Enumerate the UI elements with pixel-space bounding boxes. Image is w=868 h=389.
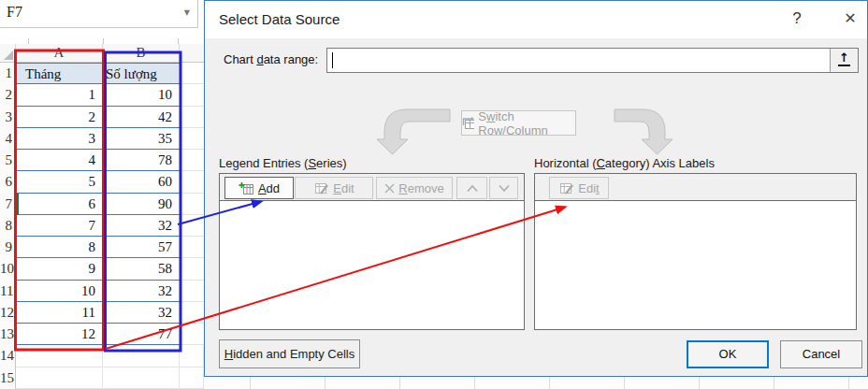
cell[interactable] xyxy=(180,171,204,193)
cell[interactable] xyxy=(180,345,204,367)
cell[interactable] xyxy=(180,367,204,389)
cell-b1[interactable]: Số lượng xyxy=(103,63,180,84)
row-header[interactable]: 1 xyxy=(0,63,16,84)
row-header[interactable]: 9 xyxy=(0,237,16,258)
cell[interactable] xyxy=(180,150,204,171)
ok-button[interactable]: OK xyxy=(687,340,769,368)
cell[interactable]: 12 xyxy=(16,324,103,345)
cell[interactable] xyxy=(16,367,103,389)
cell[interactable]: 10 xyxy=(103,84,180,106)
cell[interactable] xyxy=(180,324,204,345)
cell[interactable] xyxy=(103,367,180,389)
remove-button-label: Remove xyxy=(398,181,443,195)
sheet-row: 10 9 58 xyxy=(0,258,204,280)
cell[interactable]: 78 xyxy=(103,150,180,171)
column-header-b[interactable]: B xyxy=(103,44,180,62)
hidden-and-empty-cells-button[interactable]: Hidden and Empty Cells xyxy=(219,339,360,368)
sheet-row: 12 11 32 xyxy=(0,302,204,324)
cell[interactable] xyxy=(16,345,103,367)
sheet-grid: 1 Tháng Số lượng 2 1 10 3 2 42 4 3 35 5 … xyxy=(0,63,204,389)
cell[interactable]: 32 xyxy=(103,215,180,237)
edit-icon xyxy=(313,181,329,195)
switch-row-column-button[interactable]: Switch Row/Column xyxy=(461,110,576,136)
remove-series-button[interactable]: Remove xyxy=(376,177,453,199)
cell[interactable] xyxy=(180,281,204,302)
chart-data-range-label: Chart data range: xyxy=(224,52,318,66)
edit-axis-labels-button[interactable]: Edit xyxy=(549,177,609,199)
cell[interactable]: 90 xyxy=(103,194,180,215)
cell[interactable]: 77 xyxy=(103,324,180,345)
row-header[interactable]: 10 xyxy=(0,258,16,280)
cell[interactable]: 11 xyxy=(16,302,103,324)
add-icon xyxy=(239,181,254,195)
column-header-c[interactable] xyxy=(180,44,204,62)
cell[interactable]: 1 xyxy=(16,84,103,106)
help-button[interactable]: ? xyxy=(787,9,807,30)
cell[interactable]: 35 xyxy=(103,128,180,150)
cell[interactable]: 5 xyxy=(16,171,103,193)
axis-toolbar: Edit xyxy=(535,174,856,201)
cell[interactable]: 10 xyxy=(16,281,103,302)
cell[interactable]: 9 xyxy=(16,258,103,280)
move-down-button[interactable] xyxy=(489,177,518,199)
cell[interactable] xyxy=(180,63,204,84)
axis-labels-listbox[interactable]: Edit xyxy=(534,173,857,330)
select-all-button[interactable] xyxy=(0,44,16,62)
row-header[interactable]: 3 xyxy=(0,107,16,128)
name-box-value: F7 xyxy=(7,4,22,21)
text-caret xyxy=(332,52,333,68)
add-series-button[interactable]: Add xyxy=(224,177,294,199)
cell[interactable] xyxy=(103,345,180,367)
dialog-title: Select Data Source xyxy=(219,11,340,27)
cell[interactable]: 32 xyxy=(103,281,180,302)
row-header[interactable]: 8 xyxy=(0,215,16,237)
cell-a1[interactable]: Tháng xyxy=(16,63,103,84)
row-header[interactable]: 14 xyxy=(0,345,16,367)
switch-row-column-label: Switch Row/Column xyxy=(478,109,575,137)
close-icon[interactable]: ✕ xyxy=(839,9,861,30)
collapse-dialog-button[interactable]: ↑ xyxy=(830,49,858,72)
cell[interactable] xyxy=(180,302,204,324)
row-header[interactable]: 4 xyxy=(0,128,16,150)
cell[interactable]: 4 xyxy=(16,150,103,171)
name-box-dropdown-icon[interactable]: ▼ xyxy=(184,8,190,17)
cell[interactable] xyxy=(180,258,204,280)
row-header[interactable]: 2 xyxy=(0,84,16,106)
cell[interactable]: 3 xyxy=(16,128,103,150)
cell[interactable]: 2 xyxy=(16,107,103,128)
row-header[interactable]: 11 xyxy=(0,281,16,302)
cell[interactable] xyxy=(180,215,204,237)
row-header[interactable]: 6 xyxy=(0,171,16,193)
row-header[interactable]: 7 xyxy=(0,194,16,215)
cell[interactable]: 42 xyxy=(103,107,180,128)
name-box[interactable]: F7 ▼ xyxy=(0,0,198,28)
sheet-row: 1 Tháng Số lượng xyxy=(0,63,204,84)
cell[interactable] xyxy=(180,128,204,150)
sheet-row: 14 xyxy=(0,345,204,367)
cancel-button[interactable]: Cancel xyxy=(780,340,862,368)
bend-arrow-right-icon xyxy=(615,109,673,154)
cell[interactable]: 6 xyxy=(16,194,103,215)
legend-entries-listbox[interactable]: Add Edit Remove xyxy=(219,173,525,330)
cell[interactable] xyxy=(180,107,204,128)
cell[interactable]: 58 xyxy=(103,258,180,280)
cell[interactable] xyxy=(180,237,204,258)
chart-data-range-input[interactable] xyxy=(333,50,819,69)
edit-series-button[interactable]: Edit xyxy=(295,177,373,199)
row-header[interactable]: 13 xyxy=(0,324,16,345)
edit-axis-button-label: Edit xyxy=(578,181,599,195)
cell[interactable]: 32 xyxy=(103,302,180,324)
row-header[interactable]: 5 xyxy=(0,150,16,171)
cell[interactable] xyxy=(180,194,204,215)
cell[interactable]: 60 xyxy=(103,171,180,193)
move-up-button[interactable] xyxy=(456,177,487,199)
remove-x-icon xyxy=(384,183,395,194)
cell[interactable]: 8 xyxy=(16,237,103,258)
column-header-a[interactable]: A xyxy=(16,44,103,62)
cell[interactable]: 7 xyxy=(16,215,103,237)
cell[interactable]: 57 xyxy=(103,237,180,258)
row-header[interactable]: 15 xyxy=(0,367,16,389)
row-header[interactable]: 12 xyxy=(0,302,16,324)
column-headers: A B xyxy=(0,44,204,63)
cell[interactable] xyxy=(180,84,204,106)
